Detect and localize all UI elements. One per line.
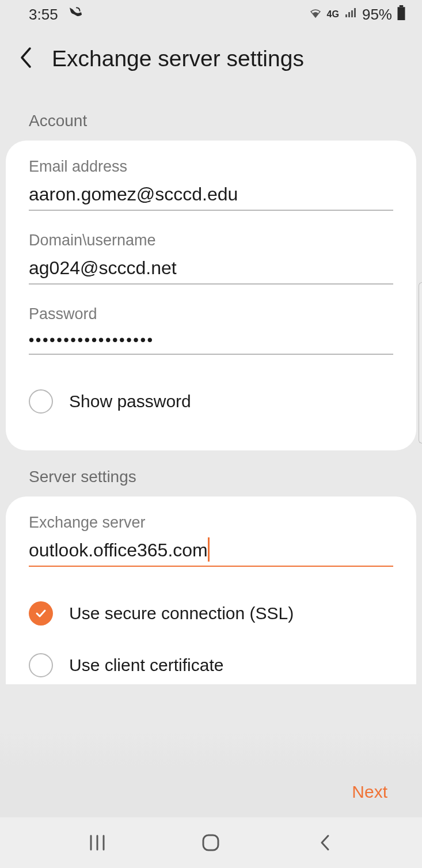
- ssl-checkbox[interactable]: [29, 601, 53, 626]
- text-caret: [208, 537, 210, 562]
- server-card: Exchange server Use secure connection (S…: [6, 496, 416, 684]
- next-button[interactable]: Next: [352, 782, 387, 802]
- back-nav-button[interactable]: [307, 825, 342, 860]
- client-cert-row[interactable]: Use client certificate: [29, 639, 393, 679]
- battery-percent: 95%: [362, 6, 392, 24]
- fade-mask: [0, 732, 422, 767]
- home-button[interactable]: [193, 825, 228, 860]
- password-label: Password: [29, 305, 393, 323]
- status-time: 3:55: [29, 6, 58, 24]
- client-cert-checkbox[interactable]: [29, 653, 53, 677]
- ssl-row[interactable]: Use secure connection (SSL): [29, 587, 393, 639]
- page-title: Exchange server settings: [52, 46, 304, 71]
- show-password-checkbox[interactable]: [29, 389, 53, 414]
- password-input[interactable]: [29, 329, 393, 355]
- svg-rect-1: [398, 7, 405, 20]
- back-button[interactable]: [17, 46, 33, 71]
- exchange-server-input[interactable]: [29, 537, 393, 567]
- section-label-server: Server settings: [0, 450, 422, 496]
- domain-input[interactable]: [29, 255, 393, 285]
- network-4g-icon: 4G: [327, 9, 339, 20]
- section-label-account: Account: [0, 94, 422, 141]
- page-header: Exchange server settings: [0, 29, 422, 94]
- edge-panel-handle[interactable]: [419, 282, 422, 444]
- svg-rect-0: [400, 5, 404, 7]
- signal-icon: [344, 6, 358, 24]
- wifi-icon: [309, 6, 322, 24]
- client-cert-label: Use client certificate: [69, 655, 223, 675]
- nav-bar: [0, 817, 422, 868]
- status-bar: 3:55 4G 95%: [0, 0, 422, 29]
- battery-icon: [397, 5, 406, 24]
- wifi-calling-icon: [67, 5, 82, 24]
- account-card: Email address Domain\username Password S…: [6, 141, 416, 450]
- action-bar: Next: [0, 767, 422, 817]
- show-password-row[interactable]: Show password: [29, 376, 393, 427]
- domain-label: Domain\username: [29, 232, 393, 249]
- email-label: Email address: [29, 158, 393, 176]
- ssl-label: Use secure connection (SSL): [69, 604, 294, 623]
- email-input[interactable]: [29, 181, 393, 211]
- svg-rect-5: [203, 835, 218, 850]
- recents-button[interactable]: [80, 825, 115, 860]
- exchange-label: Exchange server: [29, 514, 393, 532]
- show-password-label: Show password: [69, 392, 191, 411]
